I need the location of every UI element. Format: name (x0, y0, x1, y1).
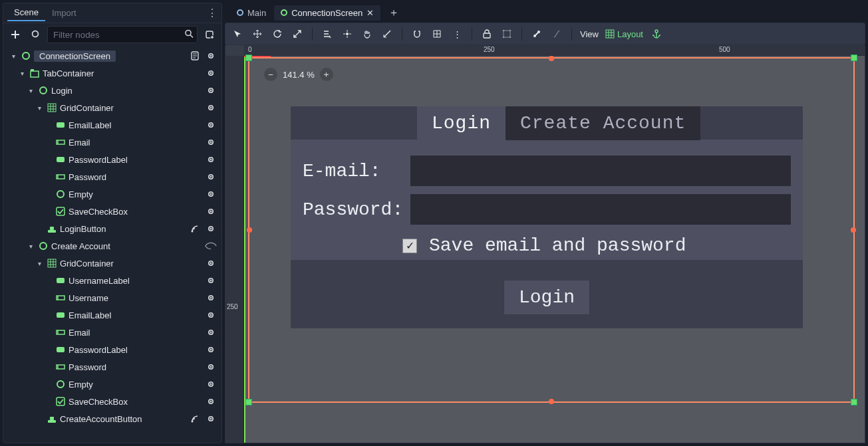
visibility-icon[interactable] (204, 360, 217, 374)
visibility-icon[interactable] (204, 49, 217, 62)
view-menu[interactable]: View (580, 29, 599, 39)
visibility-icon[interactable] (204, 170, 217, 183)
visibility-icon[interactable] (204, 222, 217, 235)
visibility-icon[interactable] (204, 412, 217, 425)
tree-node[interactable]: ▾GridContainer (3, 99, 221, 116)
grid-snap-icon[interactable] (430, 27, 444, 41)
tree-expander-icon[interactable]: ▾ (26, 243, 35, 250)
pan-mode-icon[interactable] (361, 27, 374, 41)
visibility-icon[interactable] (204, 395, 217, 408)
visibility-icon[interactable] (204, 274, 217, 287)
tree-node[interactable]: Password (3, 358, 221, 376)
snap-options-icon[interactable]: ⋮ (450, 27, 464, 41)
skeleton-options-icon[interactable] (550, 27, 563, 41)
tree-node[interactable]: Empty (3, 376, 221, 393)
viewport[interactable]: 0 250 500 250 − 141.4 % ＋ (225, 45, 865, 443)
game-tab-create-account[interactable]: Create Account (506, 106, 700, 140)
canvas-area[interactable]: − 141.4 % ＋ (244, 56, 865, 443)
tree-node[interactable]: ▾TabContainer (3, 64, 221, 82)
tree-node[interactable]: SaveCheckBox (3, 203, 221, 220)
password-field[interactable] (410, 194, 791, 225)
visibility-icon[interactable] (204, 84, 217, 97)
scale-mode-icon[interactable] (291, 27, 304, 41)
visibility-icon[interactable] (204, 378, 217, 391)
add-scene-icon[interactable]: ＋ (382, 3, 406, 23)
visibility-icon[interactable] (204, 118, 217, 132)
visibility-icon[interactable] (204, 136, 217, 149)
game-tab-login[interactable]: Login (417, 106, 506, 140)
login-button[interactable]: Login (504, 280, 590, 315)
anchor-marker[interactable] (245, 55, 252, 61)
tree-node[interactable]: ▾GridContainer (3, 255, 221, 272)
scene-tab-connectionscreen[interactable]: ConnectionScreen ✕ (274, 5, 380, 21)
tree-node[interactable]: EmailLabel (3, 116, 221, 134)
move-mode-icon[interactable] (251, 27, 264, 41)
tree-node[interactable]: Username (3, 289, 221, 306)
tab-scene[interactable]: Scene (7, 5, 45, 21)
visibility-hidden-icon[interactable] (204, 239, 217, 253)
tree-node[interactable]: CreateAccountButton (3, 410, 221, 427)
add-node-icon[interactable] (7, 27, 23, 43)
visibility-icon[interactable] (204, 66, 217, 80)
rotate-mode-icon[interactable] (271, 27, 284, 41)
tab-import[interactable]: Import (45, 5, 83, 21)
tree-node[interactable]: PasswordLabel (3, 151, 221, 168)
tree-expander-icon[interactable]: ▾ (35, 260, 44, 267)
snap-toggle-icon[interactable] (410, 27, 424, 41)
tree-node[interactable]: Password (3, 168, 221, 185)
zoom-in-icon[interactable]: ＋ (320, 68, 333, 81)
tree-node[interactable]: EmailLabel (3, 306, 221, 324)
tree-node[interactable]: Email (3, 324, 221, 341)
layout-menu[interactable]: Layout (605, 29, 643, 39)
visibility-icon[interactable] (204, 101, 217, 114)
tree-node[interactable]: ▾Login (3, 82, 221, 99)
email-field[interactable] (410, 156, 791, 186)
visibility-icon[interactable] (204, 205, 217, 218)
dock-options-icon[interactable]: ⋮ (207, 7, 217, 19)
tree-node[interactable]: ▾Create Account (3, 237, 221, 255)
anchor-marker[interactable] (851, 399, 857, 405)
list-select-icon[interactable] (321, 27, 334, 41)
visibility-icon[interactable] (204, 257, 217, 270)
signal-icon[interactable] (188, 222, 202, 235)
search-icon[interactable] (184, 29, 194, 41)
resize-handle[interactable] (549, 399, 554, 404)
tree-expander-icon[interactable]: ▾ (17, 70, 27, 77)
visibility-icon[interactable] (204, 326, 217, 339)
tree-expander-icon[interactable]: ▾ (26, 87, 35, 94)
tree-node[interactable]: Empty (3, 185, 221, 203)
select-mode-icon[interactable] (231, 27, 244, 41)
script-icon[interactable] (188, 49, 202, 62)
anchor-icon[interactable] (650, 27, 663, 41)
tree-node[interactable]: ▾ConnectionScreen (3, 47, 221, 64)
instance-scene-icon[interactable] (27, 27, 43, 43)
zoom-out-icon[interactable]: − (264, 68, 277, 81)
search-input[interactable] (47, 26, 198, 43)
save-checkbox[interactable]: ✓ (402, 239, 417, 253)
tree-expander-icon[interactable]: ▾ (35, 104, 44, 112)
group-icon[interactable] (500, 27, 513, 41)
visibility-icon[interactable] (204, 187, 217, 201)
anchor-marker[interactable] (245, 399, 252, 405)
tree-node[interactable]: Email (3, 134, 221, 151)
bone-icon[interactable] (530, 27, 543, 41)
visibility-icon[interactable] (204, 308, 217, 322)
ruler-mode-icon[interactable] (380, 27, 394, 41)
tree-expander-icon[interactable]: ▾ (9, 53, 18, 60)
resize-handle[interactable] (247, 227, 252, 233)
close-icon[interactable]: ✕ (366, 8, 374, 18)
lock-icon[interactable] (480, 27, 494, 41)
tree-node[interactable]: UsernameLabel (3, 272, 221, 289)
tree-node[interactable]: PasswordLabel (3, 341, 221, 358)
tree-node[interactable]: SaveCheckBox (3, 393, 221, 410)
attach-script-icon[interactable] (202, 27, 217, 43)
pivot-icon[interactable] (341, 27, 354, 41)
visibility-icon[interactable] (204, 291, 217, 304)
zoom-label[interactable]: 141.4 % (283, 70, 315, 80)
visibility-icon[interactable] (204, 153, 217, 166)
visibility-icon[interactable] (204, 343, 217, 356)
anchor-marker[interactable] (851, 55, 857, 61)
tree-node[interactable]: LoginButton (3, 220, 221, 237)
scene-tab-main[interactable]: Main (230, 5, 273, 21)
resize-handle[interactable] (549, 56, 554, 61)
